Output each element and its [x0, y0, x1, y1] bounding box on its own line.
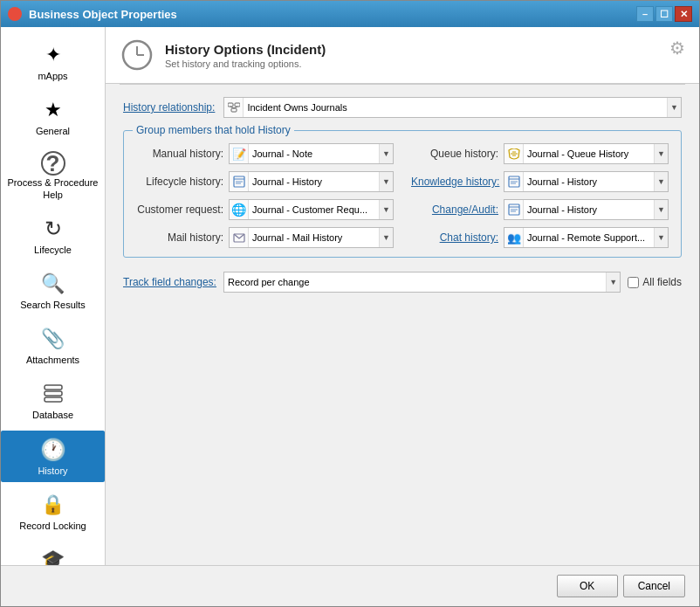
svg-rect-1 — [45, 391, 62, 396]
sidebar-item-attachments[interactable]: 📎 Attachments — [1, 320, 105, 371]
history-row-chat: Chat history: 👥 Journal - Remote Support… — [411, 227, 669, 248]
mail-history-label: Mail history: — [136, 231, 223, 244]
svg-rect-7 — [235, 103, 240, 107]
history-row-knowledge: Knowledge history: Journal - History ▼ — [411, 171, 669, 192]
sidebar-item-search[interactable]: 🔍 Search Results — [1, 265, 105, 316]
history-row-queue: Queue history: Journal - Queue History ▼ — [411, 143, 669, 164]
ok-button[interactable]: OK — [557, 575, 618, 597]
svg-rect-6 — [228, 103, 233, 107]
lifecycle-history-select[interactable]: Journal - History ▼ — [229, 171, 394, 192]
svg-rect-2 — [45, 397, 62, 402]
sidebar-item-general[interactable]: ★ General — [1, 91, 105, 142]
change-audit-value: Journal - History — [524, 204, 654, 215]
change-audit-icon — [504, 200, 524, 219]
manual-history-value: Journal - Note — [249, 148, 379, 159]
sidebar-item-advanced[interactable]: 🎓 Advanced — [1, 541, 105, 565]
change-audit-select[interactable]: Journal - History ▼ — [504, 199, 669, 220]
sidebar-item-mapps[interactable]: ✦ mApps — [1, 36, 105, 87]
page-subtitle: Set history and tracking options. — [165, 59, 326, 69]
page-header-text: History Options (Incident) Set history a… — [165, 42, 326, 69]
history-row-customer: Customer request: 🌐 Journal - Customer R… — [136, 199, 394, 220]
knowledge-history-select[interactable]: Journal - History ▼ — [504, 171, 669, 192]
sidebar-item-process[interactable]: ? Process & Procedure Help — [1, 146, 105, 205]
change-audit-arrow: ▼ — [654, 200, 668, 219]
queue-history-icon — [504, 144, 524, 163]
sidebar-item-lifecycle[interactable]: ↻ Lifecycle — [1, 210, 105, 261]
mail-history-value: Journal - Mail History — [249, 232, 379, 243]
manual-history-icon: 📝 — [230, 144, 249, 163]
history-row-lifecycle: Lifecycle history: Journal - History ▼ — [136, 171, 394, 192]
mail-history-icon — [230, 228, 249, 247]
maximize-button[interactable]: ☐ — [655, 6, 673, 22]
cancel-button[interactable]: Cancel — [623, 575, 685, 597]
minimize-button[interactable]: – — [636, 6, 654, 22]
titlebar-controls: – ☐ ✕ — [636, 6, 692, 22]
track-field-changes-select[interactable]: Record per change ▼ — [223, 272, 621, 293]
track-field-changes-label[interactable]: Track field changes: — [123, 276, 216, 288]
lifecycle-history-arrow: ▼ — [379, 172, 393, 191]
lifecycle-icon: ↻ — [39, 215, 67, 243]
history-relationship-value: Incident Owns Journals — [244, 102, 667, 113]
knowledge-history-icon — [504, 172, 524, 191]
change-audit-label[interactable]: Change/Audit: — [411, 203, 498, 216]
track-field-changes-row: Track field changes: Record per change ▼… — [123, 270, 682, 293]
history-relationship-select[interactable]: Incident Owns Journals ▼ — [223, 97, 682, 118]
manual-history-select[interactable]: 📝 Journal - Note ▼ — [229, 143, 394, 164]
process-icon: ? — [41, 151, 65, 176]
main-window: Business Object Properties – ☐ ✕ ✦ mApps… — [0, 0, 700, 607]
sidebar-label-record-locking: Record Locking — [19, 521, 86, 532]
history-relationship-row: History relationship: Incident Owns — [123, 97, 682, 118]
track-field-changes-arrow: ▼ — [606, 272, 620, 292]
sidebar-item-history[interactable]: 🕐 History — [1, 431, 105, 482]
group-box-title: Group members that hold History — [133, 124, 294, 136]
all-fields-checkbox-label[interactable]: All fields — [628, 276, 682, 288]
sidebar-label-process: Process & Procedure Help — [4, 177, 101, 200]
history-row-change: Change/Audit: Journal - History ▼ — [411, 199, 669, 220]
history-icon: 🕐 — [39, 436, 67, 464]
queue-history-arrow: ▼ — [654, 144, 668, 163]
track-field-changes-value: Record per change — [224, 277, 606, 287]
close-button[interactable]: ✕ — [675, 6, 692, 22]
history-relationship-dropdown-arrow: ▼ — [667, 98, 681, 117]
history-relationship-label[interactable]: History relationship: — [123, 101, 215, 114]
content-area: History Options (Incident) Set history a… — [106, 27, 699, 565]
advanced-icon: 🎓 — [39, 546, 67, 565]
queue-history-select[interactable]: Journal - Queue History ▼ — [504, 143, 669, 164]
app-icon — [8, 7, 22, 21]
history-grid: Manual history: 📝 Journal - Note ▼ Queue… — [136, 143, 669, 248]
titlebar-left: Business Object Properties — [8, 7, 177, 21]
svg-rect-0 — [45, 385, 62, 390]
queue-history-label: Queue history: — [411, 148, 498, 160]
database-icon — [39, 380, 67, 408]
chat-history-select[interactable]: 👥 Journal - Remote Support... ▼ — [504, 227, 669, 248]
sidebar-label-search: Search Results — [20, 300, 86, 311]
all-fields-checkbox[interactable] — [628, 277, 639, 288]
lifecycle-history-label: Lifecycle history: — [136, 176, 223, 188]
queue-history-value: Journal - Queue History — [524, 148, 654, 159]
lifecycle-history-icon — [230, 172, 249, 191]
group-box-history-members: Group members that hold History Manual h… — [123, 130, 682, 258]
general-icon: ★ — [39, 96, 67, 124]
page-header-icon — [120, 38, 154, 72]
mail-history-select[interactable]: Journal - Mail History ▼ — [229, 227, 394, 248]
manual-history-label: Manual history: — [136, 148, 223, 160]
all-fields-label: All fields — [642, 276, 682, 288]
knowledge-history-label[interactable]: Knowledge history: — [411, 176, 498, 188]
page-title: History Options (Incident) — [165, 42, 326, 57]
history-relationship-icon — [224, 98, 244, 117]
sidebar-item-record-locking[interactable]: 🔒 Record Locking — [1, 486, 105, 537]
sidebar-label-lifecycle: Lifecycle — [34, 245, 72, 256]
customer-request-select[interactable]: 🌐 Journal - Customer Requ... ▼ — [229, 199, 394, 220]
search-icon: 🔍 — [39, 270, 67, 298]
record-locking-icon: 🔒 — [39, 491, 67, 519]
mail-history-arrow: ▼ — [379, 228, 393, 247]
titlebar: Business Object Properties – ☐ ✕ — [1, 1, 699, 27]
chat-history-label[interactable]: Chat history: — [411, 231, 498, 244]
svg-rect-8 — [231, 108, 237, 112]
sidebar-item-database[interactable]: Database — [1, 375, 105, 426]
settings-gear-icon[interactable]: ⚙ — [669, 38, 685, 59]
chat-history-icon: 👥 — [504, 228, 524, 247]
chat-history-arrow: ▼ — [654, 228, 668, 247]
sidebar-label-general: General — [36, 126, 70, 137]
customer-request-icon: 🌐 — [230, 200, 249, 219]
